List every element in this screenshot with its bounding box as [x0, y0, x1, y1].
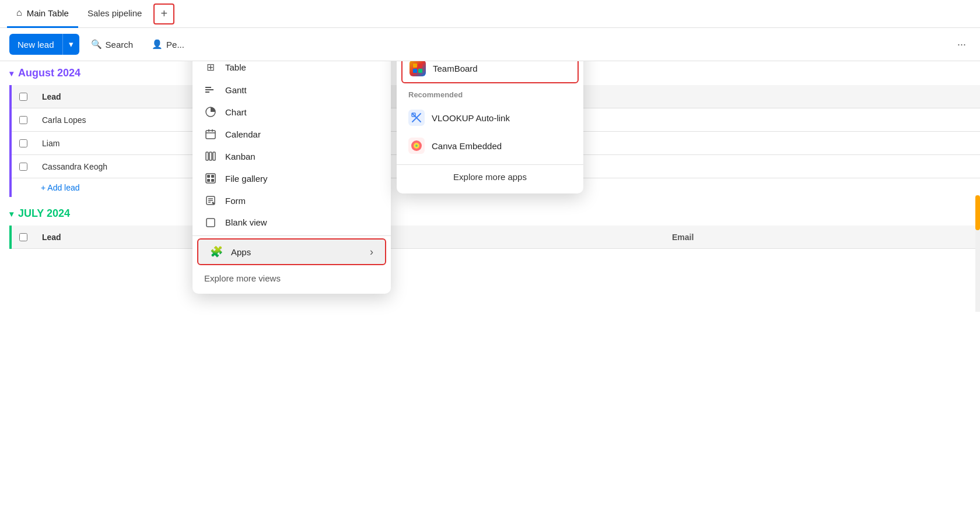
view-kanban[interactable]: Kanban	[192, 145, 391, 167]
vlookup-label: VLOOKUP Auto-link	[432, 113, 510, 123]
recommended-section-label: Recommended	[397, 88, 583, 104]
view-table[interactable]: ⊞ Table	[192, 61, 391, 79]
group-chevron-jul[interactable]: ▾	[9, 209, 13, 219]
group-label-aug: August 2024	[18, 67, 80, 79]
svg-rect-23	[413, 69, 417, 73]
vlookup-icon	[408, 110, 425, 126]
person-icon: 👤	[152, 39, 163, 50]
form-icon	[204, 195, 217, 206]
kanban-icon	[204, 151, 217, 161]
row-checkbox-cell	[12, 163, 35, 171]
apps-arrow: ›	[370, 246, 373, 258]
canva-item[interactable]: Canva Embedded	[397, 132, 583, 160]
more-options-button[interactable]: ···	[953, 36, 971, 53]
group-chevron-aug[interactable]: ▾	[9, 69, 13, 78]
row-checkbox[interactable]	[19, 139, 27, 147]
svg-rect-2	[205, 91, 209, 93]
view-blank[interactable]: Blank view	[192, 212, 391, 233]
scrollbar-thumb[interactable]	[975, 195, 980, 230]
apps-row-left: 🧩 Apps	[210, 245, 251, 258]
row-checkbox-cell	[12, 139, 35, 147]
header-checkbox-cell-jul	[12, 233, 35, 241]
apps-label: Apps	[231, 247, 251, 257]
add-lead-label: + Add lead	[41, 183, 80, 192]
svg-rect-14	[207, 179, 210, 182]
vlookup-item[interactable]: VLOOKUP Auto-link	[397, 104, 583, 132]
teamboard-item[interactable]: TeamBoard	[401, 61, 579, 83]
file-gallery-icon	[204, 173, 217, 184]
header-checkbox[interactable]	[19, 93, 27, 101]
svg-rect-1	[205, 89, 214, 90]
header-checkbox-jul[interactable]	[19, 233, 27, 241]
table-label: Table	[225, 62, 246, 72]
tab-bar: ⌂ Main Table Sales pipeline +	[0, 0, 980, 28]
row-checkbox[interactable]	[19, 163, 27, 171]
person-button[interactable]: 👤 Pe...	[145, 36, 191, 53]
group-header-jul: ▾ JULY 2024	[0, 202, 980, 226]
svg-rect-13	[211, 175, 214, 178]
svg-rect-20	[206, 219, 215, 227]
board-views-dropdown: Board views ℹ ⊞ Table Gantt Chart	[192, 61, 391, 294]
home-icon: ⌂	[16, 8, 22, 18]
table-jul: Lead Person Email	[9, 226, 980, 249]
explore-apps-label: Explore more apps	[453, 172, 527, 182]
add-tab-icon: +	[161, 7, 168, 20]
view-gantt[interactable]: Gantt	[192, 79, 391, 101]
person-column-header: Person	[350, 233, 665, 242]
svg-rect-12	[207, 175, 210, 178]
more-icon: ···	[957, 38, 966, 50]
teamboard-label: TeamBoard	[433, 64, 478, 73]
svg-rect-21	[413, 64, 417, 68]
email-column-header: Email	[665, 233, 980, 242]
svg-rect-4	[206, 131, 215, 139]
gantt-label: Gantt	[225, 85, 247, 95]
view-form[interactable]: Form	[192, 189, 391, 212]
teamboard-icon	[410, 61, 426, 76]
tab-main-table[interactable]: ⌂ Main Table	[7, 0, 78, 28]
kanban-label: Kanban	[225, 152, 256, 161]
gantt-icon	[204, 86, 217, 94]
svg-rect-10	[213, 152, 215, 160]
svg-point-28	[415, 145, 418, 147]
calendar-icon	[204, 129, 217, 139]
search-icon: 🔍	[91, 39, 102, 50]
svg-rect-8	[206, 152, 208, 160]
apps-icon: 🧩	[210, 245, 223, 258]
calendar-label: Calendar	[225, 129, 261, 139]
search-button[interactable]: 🔍 Search	[84, 36, 141, 53]
file-gallery-label: File gallery	[225, 174, 268, 184]
form-label: Form	[225, 196, 246, 206]
canva-label: Canva Embedded	[432, 141, 502, 151]
search-label: Search	[106, 40, 134, 50]
apps-button[interactable]: 🧩 Apps ›	[197, 238, 386, 265]
explore-apps-button[interactable]: Explore more apps	[397, 164, 583, 189]
svg-rect-24	[418, 69, 422, 73]
svg-rect-15	[211, 179, 214, 182]
group-label-jul: JULY 2024	[18, 207, 70, 220]
svg-rect-9	[209, 152, 212, 160]
svg-rect-0	[205, 87, 211, 88]
tab-sales-pipeline-label: Sales pipeline	[88, 8, 142, 18]
table-header-jul: Lead Person Email	[12, 226, 980, 249]
row-checkbox[interactable]	[19, 116, 27, 124]
chart-icon	[204, 107, 217, 117]
explore-views-label: Explore more views	[204, 273, 281, 283]
new-lead-dropdown-arrow[interactable]: ▾	[62, 34, 79, 55]
svg-rect-22	[418, 64, 422, 68]
blank-view-icon	[204, 218, 217, 227]
view-chart[interactable]: Chart	[192, 101, 391, 123]
main-content: ▾ August 2024 Lead Carla Lopes Liam	[0, 61, 980, 528]
add-tab-button[interactable]: +	[153, 3, 174, 24]
divider	[192, 235, 391, 236]
view-calendar[interactable]: Calendar	[192, 123, 391, 145]
explore-views-button[interactable]: Explore more views	[192, 267, 391, 289]
blank-view-label: Blank view	[225, 217, 267, 227]
row-checkbox-cell	[12, 116, 35, 124]
tab-main-table-label: Main Table	[27, 8, 69, 18]
chart-label: Chart	[225, 107, 247, 117]
view-file-gallery[interactable]: File gallery	[192, 167, 391, 189]
tab-sales-pipeline[interactable]: Sales pipeline	[78, 0, 151, 28]
toolbar: New lead ▾ 🔍 Search 👤 Pe... ···	[0, 28, 980, 61]
new-lead-label: New lead	[9, 34, 62, 55]
new-lead-button[interactable]: New lead ▾	[9, 34, 79, 55]
